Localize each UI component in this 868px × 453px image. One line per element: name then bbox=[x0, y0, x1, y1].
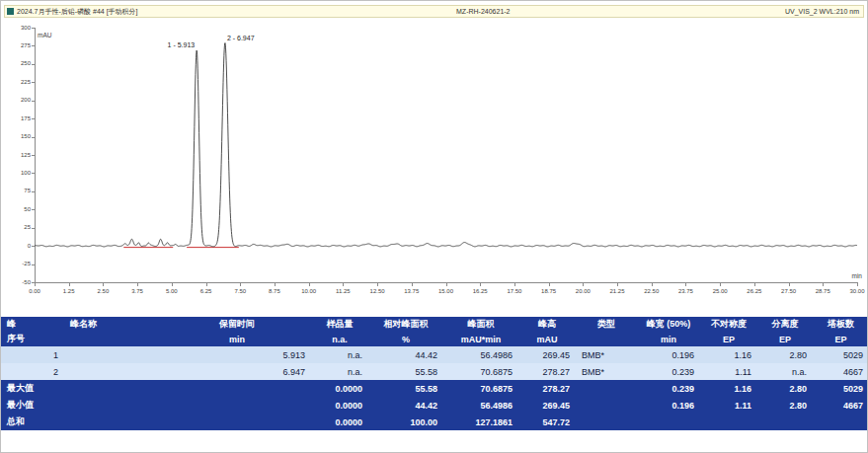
y-tick-mark bbox=[32, 137, 35, 138]
header-row: 序号minn.a.%mAU*minmAUminEPEPEP bbox=[1, 332, 868, 346]
summary-label: 总和 bbox=[1, 414, 163, 430]
x-tick-mark bbox=[103, 283, 104, 286]
table-cell: 0.196 bbox=[637, 397, 700, 414]
table-cell bbox=[163, 380, 311, 397]
y-tick-label: 125 bbox=[5, 152, 31, 159]
table-cell: 1.16 bbox=[700, 346, 757, 363]
column-header: EP bbox=[813, 332, 868, 346]
y-tick-label: 175 bbox=[5, 115, 31, 122]
x-tick-label: 3.75 bbox=[122, 288, 152, 294]
column-header: 峰高 bbox=[518, 317, 576, 332]
y-tick-label: 200 bbox=[5, 97, 31, 104]
y-tick-mark bbox=[32, 264, 35, 265]
x-tick-label: 13.75 bbox=[397, 288, 427, 294]
column-header: 保留时间 bbox=[163, 317, 311, 332]
x-tick-mark bbox=[754, 283, 755, 286]
x-tick-mark bbox=[412, 283, 413, 286]
x-tick-label: 8.75 bbox=[260, 288, 289, 294]
table-cell: 0.196 bbox=[637, 346, 700, 363]
summary-label: 最大值 bbox=[1, 380, 163, 397]
x-tick-mark bbox=[172, 283, 173, 286]
x-tick-mark bbox=[652, 283, 653, 286]
table-cell bbox=[64, 363, 163, 380]
table-cell: 70.6875 bbox=[443, 363, 518, 380]
column-header: 序号 bbox=[1, 332, 64, 346]
y-tick-mark bbox=[32, 228, 35, 229]
table-body: 15.913n.a.44.4256.4986269.45BMB*0.1961.1… bbox=[1, 346, 868, 430]
x-tick-mark bbox=[137, 283, 138, 286]
column-header: 样品量 bbox=[311, 317, 368, 332]
x-tick-mark bbox=[35, 283, 36, 286]
table-cell: 1.11 bbox=[700, 397, 757, 414]
table-cell: 0.0000 bbox=[311, 414, 368, 430]
table-cell bbox=[64, 346, 163, 363]
table-cell: 1.16 bbox=[700, 380, 757, 397]
injection-icon bbox=[7, 8, 14, 15]
table-cell: 6.947 bbox=[163, 363, 311, 380]
x-tick-label: 17.50 bbox=[500, 288, 529, 294]
y-tick-mark bbox=[32, 118, 35, 119]
x-tick-label: 11.25 bbox=[328, 288, 357, 294]
column-header: 峰宽 (50%) bbox=[637, 317, 700, 332]
x-tick-mark bbox=[480, 283, 481, 286]
y-tick-mark bbox=[32, 246, 35, 247]
x-tick-label: 12.50 bbox=[362, 288, 392, 294]
table-cell: 100.00 bbox=[368, 414, 443, 430]
y-tick-mark bbox=[32, 82, 35, 83]
x-tick-label: 15.00 bbox=[432, 288, 461, 294]
peak-row[interactable]: 15.913n.a.44.4256.4986269.45BMB*0.1961.1… bbox=[1, 346, 868, 363]
summary-row: 最大值0.000055.5870.6875278.270.2391.162.80… bbox=[1, 380, 868, 397]
chromatogram-trace bbox=[35, 43, 857, 247]
x-tick-label: 10.00 bbox=[294, 288, 324, 294]
table-cell: n.a. bbox=[757, 363, 813, 380]
plot-area[interactable]: 1 - 5.9132 - 6.947 bbox=[35, 28, 857, 282]
table-cell: 0.0000 bbox=[311, 397, 368, 414]
y-tick-label: 25 bbox=[5, 224, 31, 231]
table-cell: 127.1861 bbox=[443, 414, 518, 430]
x-tick-mark bbox=[69, 283, 70, 286]
table-cell: n.a. bbox=[311, 363, 368, 380]
table-cell: 70.6875 bbox=[443, 380, 518, 397]
x-tick-label: 7.50 bbox=[225, 288, 255, 294]
y-tick-label: 0 bbox=[5, 243, 31, 250]
table-cell bbox=[700, 414, 757, 430]
column-header: 不对称度 bbox=[700, 317, 757, 332]
y-tick-mark bbox=[32, 209, 35, 210]
table-cell: 5.913 bbox=[163, 346, 311, 363]
title-left-group: 2024.7月手性-后铅-磷酸 #44 [手动积分] bbox=[5, 7, 357, 17]
table-cell bbox=[163, 414, 311, 430]
table-cell: 278.27 bbox=[518, 363, 576, 380]
peak-annotation: 2 - 6.947 bbox=[227, 35, 255, 41]
y-tick-label: 225 bbox=[5, 79, 31, 86]
x-tick-label: 20.00 bbox=[568, 288, 597, 294]
peak-annotation: 1 - 5.913 bbox=[168, 41, 196, 48]
table-cell bbox=[576, 380, 637, 397]
column-header: 相对峰面积 bbox=[368, 317, 443, 332]
x-tick-mark bbox=[206, 283, 207, 286]
summary-row: 最小值0.000044.4256.4986269.450.1961.112.80… bbox=[1, 397, 868, 414]
table-cell: n.a. bbox=[311, 346, 368, 363]
column-header bbox=[64, 332, 163, 346]
summary-row: 总和0.0000100.00127.1861547.72 bbox=[1, 414, 868, 430]
column-header: min bbox=[163, 332, 311, 346]
detector-channel-label: UV_VIS_2 WVL:210 nm bbox=[608, 8, 863, 15]
y-tick-mark bbox=[32, 64, 35, 65]
x-tick-label: 21.25 bbox=[602, 288, 632, 294]
table-cell: 44.42 bbox=[368, 346, 443, 363]
table-cell: 2.80 bbox=[757, 380, 813, 397]
column-header: EP bbox=[757, 332, 813, 346]
column-header: min bbox=[637, 332, 700, 346]
x-tick-label: 16.25 bbox=[465, 288, 495, 294]
x-tick-mark bbox=[617, 283, 618, 286]
table-cell bbox=[576, 414, 637, 430]
y-tick-label: 50 bbox=[5, 206, 31, 213]
table-cell bbox=[637, 414, 700, 430]
x-tick-label: 27.50 bbox=[774, 288, 804, 294]
table-cell: 1 bbox=[1, 346, 64, 363]
chromatogram-title-bar: 2024.7月手性-后铅-磷酸 #44 [手动积分] MZ-RH-240621-… bbox=[4, 5, 864, 18]
peak-row[interactable]: 26.947n.a.55.5870.6875278.27BMB*0.2391.1… bbox=[1, 363, 868, 380]
results-table: 峰峰名称保留时间样品量相对峰面积峰面积峰高类型峰宽 (50%)不对称度分离度塔板… bbox=[1, 317, 868, 430]
x-tick-label: 5.00 bbox=[157, 288, 187, 294]
table-cell bbox=[813, 414, 868, 430]
x-tick-mark bbox=[275, 283, 276, 286]
